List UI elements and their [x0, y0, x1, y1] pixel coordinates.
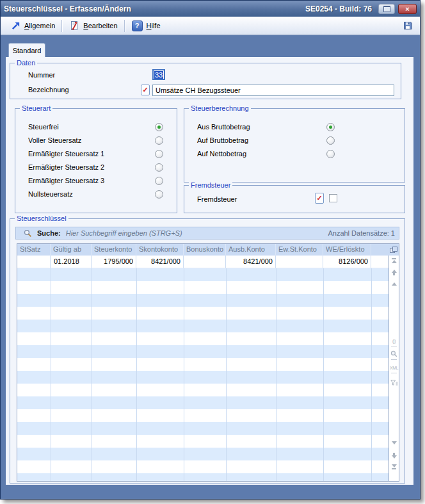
- restore-icon: [383, 6, 390, 12]
- table-empty-rows[interactable]: [17, 268, 389, 481]
- group-daten-legend: Daten: [15, 59, 37, 67]
- group-steuerart: Steuerart Steuerfrei Voller Steuersatz E…: [15, 108, 177, 213]
- group-steuerschluessel: Steuerschlüssel Suche: Hier Suchbegriff …: [10, 218, 405, 484]
- group-steuerberechnung: Steuerberechnung Aus Bruttobetrag Auf Br…: [184, 108, 405, 183]
- cell-bonuskonto: [184, 256, 226, 268]
- record-count: Anzahl Datensätze: 1: [328, 229, 395, 237]
- option-label: Steuerfrei: [28, 123, 59, 131]
- cell-we-erloeskto: 8126/000: [323, 256, 371, 268]
- radio-ermaessigter-2[interactable]: [155, 163, 163, 172]
- nummer-value: 33: [154, 71, 163, 79]
- main-panel: Daten Nummer 33 Bezeichnung Umsätze CH B…: [6, 57, 413, 485]
- close-button[interactable]: ×: [398, 4, 417, 14]
- search-placeholder: Hier Suchbegriff eingeben (STRG+S): [66, 229, 182, 237]
- table-header-row: StSatz Gültig ab Steuerkonto Skontokonto…: [17, 244, 399, 256]
- column-chooser-cell: [371, 244, 399, 256]
- radio-nullsteuersatz[interactable]: [155, 190, 163, 199]
- cell-gueltig-ab: 01.2018: [51, 256, 92, 268]
- arrow-up-right-icon: [11, 21, 20, 31]
- magnifier-icon: [24, 229, 32, 238]
- cell-stsatz: [17, 256, 51, 268]
- menu-allgemein-label: Allgemein: [24, 22, 55, 29]
- mandatory-check-icon: [315, 193, 324, 204]
- option-label: Aus Bruttobetrag: [197, 123, 250, 131]
- menu-hilfe[interactable]: Hilfe: [126, 19, 166, 33]
- group-steuerberechnung-legend: Steuerberechnung: [189, 104, 251, 113]
- group-daten: Daten Nummer 33 Bezeichnung Umsätze CH B…: [10, 63, 401, 99]
- triangle-down-icon[interactable]: [389, 441, 399, 444]
- window-title: Steuerschlüssel - Erfassen/Ändern: [4, 4, 131, 13]
- column-header[interactable]: Gültig ab: [51, 244, 92, 256]
- steuerschluessel-table: StSatz Gültig ab Steuerkonto Skontokonto…: [17, 243, 399, 482]
- cell-ausb-konto: 8421/000: [226, 256, 276, 268]
- menu-bearbeiten-label: Bearbeiten: [83, 22, 117, 29]
- edit-document-icon: [69, 20, 79, 31]
- fremdsteuer-checkbox[interactable]: [329, 194, 337, 202]
- group-steuerart-legend: Steuerart: [20, 104, 52, 113]
- brackets-icon[interactable]: (|): [389, 339, 399, 348]
- filter-icon[interactable]: [389, 380, 399, 387]
- cell-skontokonto: 8421/000: [136, 256, 184, 268]
- radio-ermaessigter-1[interactable]: [155, 150, 163, 158]
- xml-icon[interactable]: XML: [389, 366, 399, 375]
- build-info: SE0254 - Build: 76: [305, 4, 372, 13]
- group-steuerschluessel-legend: Steuerschlüssel: [15, 215, 68, 223]
- column-header[interactable]: WE/Erlöskto: [323, 244, 371, 256]
- toolbar: Allgemein Bearbeiten Hilfe: [1, 17, 420, 35]
- column-header[interactable]: Skontokonto: [136, 244, 184, 256]
- toolbar-separator: [124, 20, 125, 32]
- title-bar[interactable]: Steuerschlüssel - Erfassen/Ändern SE0254…: [1, 1, 420, 17]
- nummer-input[interactable]: 33: [152, 69, 165, 80]
- column-header[interactable]: Steuerkonto: [92, 244, 136, 256]
- cell-ew-st-konto: [276, 256, 323, 268]
- arrow-down-icon[interactable]: [389, 453, 399, 459]
- search-bar[interactable]: Suche: Hier Suchbegriff eingeben (STRG+S…: [15, 227, 399, 240]
- column-header[interactable]: Ausb.Konto: [226, 244, 276, 256]
- menu-bearbeiten[interactable]: Bearbeiten: [63, 19, 123, 32]
- radio-voller-steuersatz[interactable]: [155, 136, 163, 145]
- option-label: Ermäßigter Steuersatz 1: [28, 150, 104, 158]
- menu-allgemein[interactable]: Allgemein: [5, 20, 61, 32]
- save-button[interactable]: [403, 20, 413, 31]
- bezeichnung-input[interactable]: Umsätze CH Bezugssteuer: [152, 85, 394, 96]
- scroll-top-icon[interactable]: [389, 258, 399, 263]
- mandatory-check-icon: [141, 85, 150, 95]
- radio-steuerfrei[interactable]: [155, 123, 163, 131]
- option-label: Auf Nettobetrag: [197, 150, 246, 158]
- option-label: Ermäßigter Steuersatz 3: [28, 177, 104, 184]
- tab-standard[interactable]: Standard: [8, 43, 45, 57]
- fremdsteuer-label: Fremdsteuer: [197, 195, 237, 203]
- radio-ermaessigter-3[interactable]: [155, 177, 163, 185]
- question-icon: [132, 20, 143, 31]
- nummer-label: Nummer: [28, 71, 55, 79]
- menu-hilfe-label: Hilfe: [147, 22, 161, 29]
- option-label: Voller Steuersatz: [28, 136, 81, 144]
- cell-steuerkonto: 1795/000: [92, 256, 136, 268]
- column-header[interactable]: Bonuskonto: [184, 244, 226, 256]
- scroll-bottom-icon[interactable]: [389, 464, 399, 469]
- option-label: Ermäßigter Steuersatz 2: [28, 163, 104, 171]
- magnifier-icon[interactable]: [389, 350, 399, 362]
- option-label: Nullsteuersatz: [28, 190, 73, 198]
- column-header[interactable]: Ew.St.Konto: [276, 244, 323, 256]
- option-label: Auf Bruttobetrag: [197, 136, 248, 144]
- group-fremdsteuer-legend: Fremdsteuer: [189, 181, 232, 190]
- app-window: Steuerschlüssel - Erfassen/Ändern SE0254…: [0, 0, 421, 500]
- radio-aus-bruttobetrag[interactable]: [326, 123, 335, 131]
- save-floppy-icon: [403, 20, 413, 31]
- radio-auf-bruttobetrag[interactable]: [326, 136, 335, 145]
- search-label: Suche:: [37, 229, 61, 237]
- restore-button[interactable]: [378, 4, 395, 14]
- cell-empty: [371, 256, 389, 268]
- column-chooser-icon[interactable]: [390, 247, 397, 253]
- toolbar-separator: [61, 20, 63, 32]
- arrow-up-icon[interactable]: [389, 270, 399, 275]
- table-row[interactable]: 01.2018 1795/000 8421/000 8421/000 8126/…: [17, 256, 399, 268]
- group-fremdsteuer: Fremdsteuer Fremdsteuer: [184, 185, 405, 213]
- radio-auf-nettobetrag[interactable]: [326, 150, 335, 158]
- triangle-up-icon[interactable]: [389, 282, 399, 286]
- column-header[interactable]: StSatz: [17, 244, 51, 256]
- table-side-toolbar: (|) XML: [389, 256, 399, 481]
- bezeichnung-label: Bezeichnung: [28, 86, 69, 93]
